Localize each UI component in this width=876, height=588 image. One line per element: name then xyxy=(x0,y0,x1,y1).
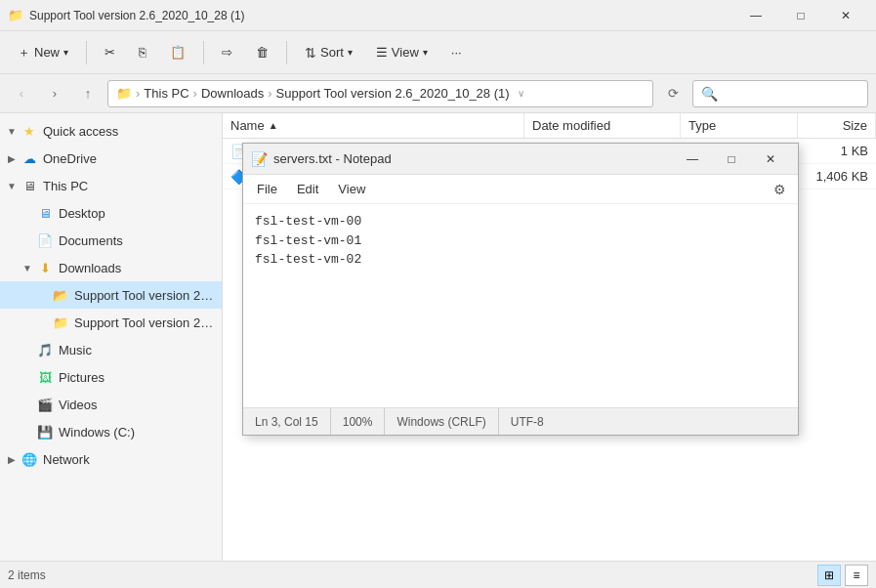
notepad-minimize-button[interactable]: — xyxy=(673,144,712,175)
notepad-maximize-button[interactable]: □ xyxy=(712,144,751,175)
column-header-type[interactable]: Type xyxy=(681,113,798,138)
toolbar-separator-1 xyxy=(86,41,87,64)
sidebar-item-support-tool-2[interactable]: 📁 Support Tool version 2.6_202 xyxy=(0,309,222,336)
sidebar-item-label: Windows (C:) xyxy=(59,425,214,440)
sort-dropdown-icon: ▾ xyxy=(348,47,353,58)
more-button[interactable]: ··· xyxy=(441,39,472,65)
chevron-icon: ▼ xyxy=(4,126,20,137)
notepad-content[interactable]: fsl-test-vm-00 fsl-test-vm-01 fsl-test-v… xyxy=(243,204,798,407)
up-button[interactable]: ↑ xyxy=(74,80,102,107)
chevron-icon: ▼ xyxy=(4,181,20,191)
notepad-window: 📝 servers.txt - Notepad — □ ✕ File Edit … xyxy=(242,143,799,436)
move-to-button[interactable]: ⇨ xyxy=(212,39,242,65)
settings-icon[interactable]: ⚙ xyxy=(766,178,794,201)
address-path[interactable]: 📁 › This PC › Downloads › Support Tool v… xyxy=(107,80,653,107)
sidebar-item-label: Downloads xyxy=(59,261,214,275)
documents-icon: 📄 xyxy=(37,233,53,248)
toolbar: ＋ New ▾ ✂ ⎘ 📋 ⇨ 🗑 ⇅ Sort ▾ ☰ View ▾ ··· xyxy=(0,31,876,74)
sort-button[interactable]: ⇅ Sort ▾ xyxy=(295,39,362,66)
search-icon: 🔍 xyxy=(701,86,718,102)
column-header-date[interactable]: Date modified xyxy=(524,113,681,138)
star-icon: ★ xyxy=(23,124,35,139)
notepad-status-zoom: 100% xyxy=(331,408,386,435)
sidebar-item-windows-c[interactable]: 💾 Windows (C:) xyxy=(0,418,222,445)
computer-icon: 🖥 xyxy=(23,179,36,193)
address-bar: ‹ › ↑ 📁 › This PC › Downloads › Support … xyxy=(0,74,876,113)
view-button[interactable]: ☰ View ▾ xyxy=(366,39,438,65)
delete-icon: 🗑 xyxy=(256,45,269,60)
file-size-cell: 1,406 KB xyxy=(798,167,876,186)
folder-icon: 📁 xyxy=(53,315,68,330)
sidebar-item-support-tool-1[interactable]: 📂 Support Tool version 2.6_202 xyxy=(0,281,222,309)
sidebar-item-label: Quick access xyxy=(43,124,214,139)
sidebar-item-label: Network xyxy=(43,452,214,467)
notepad-status-encoding: UTF-8 xyxy=(499,408,556,435)
maximize-button[interactable]: □ xyxy=(778,0,823,31)
toolbar-separator-3 xyxy=(286,41,287,64)
status-bar: 2 items ⊞ ≡ xyxy=(0,561,876,588)
path-sep-3: › xyxy=(268,86,271,101)
view-toggle: ⊞ ≡ xyxy=(817,565,868,586)
chevron-icon: ▶ xyxy=(4,454,20,465)
sidebar-item-quick-access[interactable]: ▼ ★ Quick access xyxy=(0,117,222,145)
sidebar-item-this-pc[interactable]: ▼ 🖥 This PC xyxy=(0,172,222,199)
drive-icon: 💾 xyxy=(37,425,53,440)
chevron-icon: ▶ xyxy=(4,153,20,164)
path-dropdown-icon: ∨ xyxy=(518,88,524,99)
notepad-close-button[interactable]: ✕ xyxy=(751,144,790,175)
paste-button[interactable]: 📋 xyxy=(160,39,195,65)
notepad-line-3: fsl-test-vm-02 xyxy=(255,250,786,270)
sidebar-item-pictures[interactable]: 🖼 Pictures xyxy=(0,363,222,391)
notepad-menu-view[interactable]: View xyxy=(328,178,375,200)
path-sep-1: › xyxy=(136,86,140,101)
sidebar-item-downloads[interactable]: ▼ ⬇ Downloads xyxy=(0,254,222,281)
sidebar-item-music[interactable]: 🎵 Music xyxy=(0,336,222,363)
notepad-menu-file[interactable]: File xyxy=(247,178,287,200)
notepad-window-controls: — □ ✕ xyxy=(673,144,790,175)
notepad-icon: 📝 xyxy=(251,151,268,167)
downloads-icon: ⬇ xyxy=(40,261,51,275)
column-header-size[interactable]: Size xyxy=(798,113,876,138)
column-header-name[interactable]: Name ▲ xyxy=(223,113,524,138)
title-bar: 📁 Support Tool version 2.6_2020_10_28 (1… xyxy=(0,0,876,31)
close-button[interactable]: ✕ xyxy=(823,0,868,31)
forward-button[interactable]: › xyxy=(41,80,68,107)
grid-view-button[interactable]: ⊞ xyxy=(817,565,841,586)
sidebar-item-documents[interactable]: 📄 Documents xyxy=(0,227,222,254)
notepad-status-position: Ln 3, Col 15 xyxy=(243,408,331,435)
sidebar-item-label: Desktop xyxy=(59,206,214,221)
minimize-button[interactable]: — xyxy=(733,0,778,31)
music-icon: 🎵 xyxy=(37,343,53,357)
main-layout: ▼ ★ Quick access ▶ ☁ OneDrive ▼ 🖥 This P… xyxy=(0,113,876,561)
path-part-2: Support Tool version 2.6_2020_10_28 (1) xyxy=(276,86,510,101)
back-button[interactable]: ‹ xyxy=(8,80,35,107)
sidebar-item-onedrive[interactable]: ▶ ☁ OneDrive xyxy=(0,145,222,172)
window-title: Support Tool version 2.6_2020_10_28 (1) xyxy=(29,9,733,22)
notepad-status-line-ending: Windows (CRLF) xyxy=(385,408,498,435)
chevron-icon: ▼ xyxy=(20,263,35,273)
sort-icon: ⇅ xyxy=(305,45,316,61)
path-sep-2: › xyxy=(193,86,197,101)
sidebar-item-label: This PC xyxy=(43,179,214,193)
notepad-menu-edit[interactable]: Edit xyxy=(287,178,328,200)
plus-icon: ＋ xyxy=(18,44,30,62)
cut-button[interactable]: ✂ xyxy=(95,39,125,65)
sidebar-item-network[interactable]: ▶ 🌐 Network xyxy=(0,445,222,473)
sidebar-item-videos[interactable]: 🎬 Videos xyxy=(0,391,222,418)
sidebar-item-desktop[interactable]: 🖥 Desktop xyxy=(0,199,222,227)
item-count: 2 items xyxy=(8,568,46,582)
copy-button[interactable]: ⎘ xyxy=(129,39,156,65)
notepad-title: servers.txt - Notepad xyxy=(273,151,673,166)
videos-icon: 🎬 xyxy=(37,398,53,412)
file-list: Name ▲ Date modified Type Size 📄 servers… xyxy=(223,113,876,561)
path-part-1: Downloads xyxy=(201,86,264,101)
view-icon: ☰ xyxy=(376,45,388,60)
notepad-status-bar: Ln 3, Col 15 100% Windows (CRLF) UTF-8 xyxy=(243,407,798,435)
search-box[interactable]: 🔍 xyxy=(692,80,868,107)
delete-button[interactable]: 🗑 xyxy=(246,39,278,65)
new-button[interactable]: ＋ New ▾ xyxy=(8,38,78,67)
sort-arrow-icon: ▲ xyxy=(269,120,278,131)
list-view-button[interactable]: ≡ xyxy=(845,565,868,586)
sidebar-item-label: Support Tool version 2.6_202 xyxy=(74,315,214,330)
refresh-button[interactable]: ⟳ xyxy=(659,80,687,107)
